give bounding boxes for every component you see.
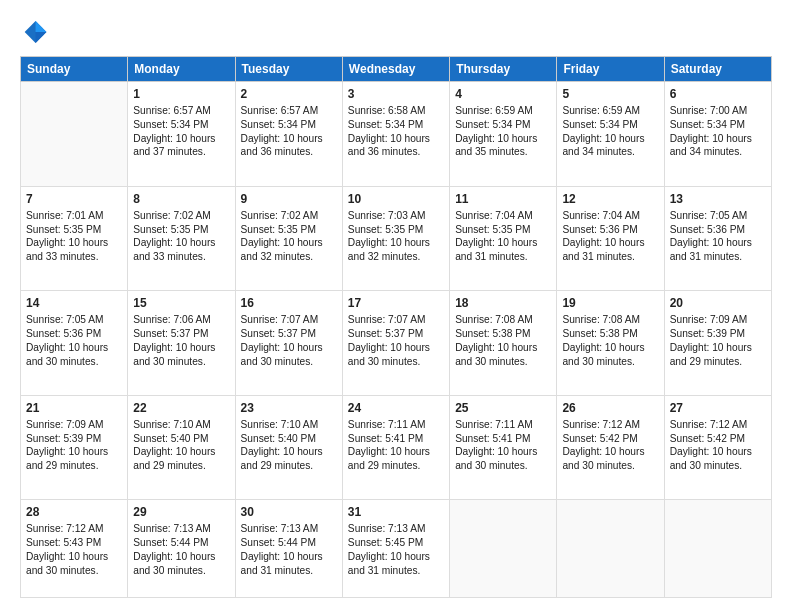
sunrise-text: Sunrise: 7:12 AM (670, 418, 766, 432)
day-number: 3 (348, 86, 444, 102)
daylight-text: Daylight: 10 hours and 31 minutes. (241, 550, 337, 578)
daylight-text: Daylight: 10 hours and 32 minutes. (348, 236, 444, 264)
logo-icon (20, 18, 48, 46)
calendar-cell: 23Sunrise: 7:10 AMSunset: 5:40 PMDayligh… (235, 395, 342, 500)
calendar-cell: 21Sunrise: 7:09 AMSunset: 5:39 PMDayligh… (21, 395, 128, 500)
daylight-text: Daylight: 10 hours and 29 minutes. (348, 445, 444, 473)
calendar-cell: 10Sunrise: 7:03 AMSunset: 5:35 PMDayligh… (342, 186, 449, 291)
daylight-text: Daylight: 10 hours and 30 minutes. (26, 341, 122, 369)
day-number: 27 (670, 400, 766, 416)
sunset-text: Sunset: 5:44 PM (133, 536, 229, 550)
sunset-text: Sunset: 5:39 PM (670, 327, 766, 341)
daylight-text: Daylight: 10 hours and 30 minutes. (26, 550, 122, 578)
sunrise-text: Sunrise: 7:03 AM (348, 209, 444, 223)
sunrise-text: Sunrise: 7:01 AM (26, 209, 122, 223)
calendar-cell: 7Sunrise: 7:01 AMSunset: 5:35 PMDaylight… (21, 186, 128, 291)
sunset-text: Sunset: 5:37 PM (241, 327, 337, 341)
day-number: 19 (562, 295, 658, 311)
calendar-cell: 6Sunrise: 7:00 AMSunset: 5:34 PMDaylight… (664, 82, 771, 187)
sunset-text: Sunset: 5:34 PM (455, 118, 551, 132)
calendar-cell: 16Sunrise: 7:07 AMSunset: 5:37 PMDayligh… (235, 291, 342, 396)
calendar-row-0: 1Sunrise: 6:57 AMSunset: 5:34 PMDaylight… (21, 82, 772, 187)
day-number: 31 (348, 504, 444, 520)
sunset-text: Sunset: 5:34 PM (562, 118, 658, 132)
day-number: 4 (455, 86, 551, 102)
calendar-cell (450, 500, 557, 598)
header (20, 18, 772, 46)
sunset-text: Sunset: 5:45 PM (348, 536, 444, 550)
daylight-text: Daylight: 10 hours and 29 minutes. (133, 445, 229, 473)
calendar-cell: 17Sunrise: 7:07 AMSunset: 5:37 PMDayligh… (342, 291, 449, 396)
calendar-cell: 25Sunrise: 7:11 AMSunset: 5:41 PMDayligh… (450, 395, 557, 500)
calendar-cell: 19Sunrise: 7:08 AMSunset: 5:38 PMDayligh… (557, 291, 664, 396)
sunset-text: Sunset: 5:40 PM (241, 432, 337, 446)
svg-marker-1 (36, 21, 47, 32)
day-number: 16 (241, 295, 337, 311)
day-number: 1 (133, 86, 229, 102)
calendar-cell (21, 82, 128, 187)
day-number: 9 (241, 191, 337, 207)
calendar: SundayMondayTuesdayWednesdayThursdayFrid… (20, 56, 772, 598)
daylight-text: Daylight: 10 hours and 30 minutes. (562, 445, 658, 473)
calendar-cell: 1Sunrise: 6:57 AMSunset: 5:34 PMDaylight… (128, 82, 235, 187)
daylight-text: Daylight: 10 hours and 35 minutes. (455, 132, 551, 160)
sunrise-text: Sunrise: 7:05 AM (670, 209, 766, 223)
daylight-text: Daylight: 10 hours and 34 minutes. (562, 132, 658, 160)
day-number: 30 (241, 504, 337, 520)
day-number: 15 (133, 295, 229, 311)
daylight-text: Daylight: 10 hours and 33 minutes. (26, 236, 122, 264)
calendar-cell: 13Sunrise: 7:05 AMSunset: 5:36 PMDayligh… (664, 186, 771, 291)
day-number: 21 (26, 400, 122, 416)
calendar-cell: 9Sunrise: 7:02 AMSunset: 5:35 PMDaylight… (235, 186, 342, 291)
calendar-cell: 29Sunrise: 7:13 AMSunset: 5:44 PMDayligh… (128, 500, 235, 598)
day-number: 22 (133, 400, 229, 416)
daylight-text: Daylight: 10 hours and 31 minutes. (455, 236, 551, 264)
sunrise-text: Sunrise: 7:12 AM (562, 418, 658, 432)
sunset-text: Sunset: 5:44 PM (241, 536, 337, 550)
calendar-cell: 8Sunrise: 7:02 AMSunset: 5:35 PMDaylight… (128, 186, 235, 291)
sunrise-text: Sunrise: 7:07 AM (241, 313, 337, 327)
day-number: 10 (348, 191, 444, 207)
sunrise-text: Sunrise: 6:57 AM (133, 104, 229, 118)
calendar-cell: 30Sunrise: 7:13 AMSunset: 5:44 PMDayligh… (235, 500, 342, 598)
logo (20, 18, 52, 46)
day-number: 28 (26, 504, 122, 520)
daylight-text: Daylight: 10 hours and 30 minutes. (133, 341, 229, 369)
weekday-header-sunday: Sunday (21, 57, 128, 82)
day-number: 26 (562, 400, 658, 416)
day-number: 7 (26, 191, 122, 207)
sunrise-text: Sunrise: 7:05 AM (26, 313, 122, 327)
calendar-cell: 2Sunrise: 6:57 AMSunset: 5:34 PMDaylight… (235, 82, 342, 187)
sunset-text: Sunset: 5:34 PM (670, 118, 766, 132)
daylight-text: Daylight: 10 hours and 30 minutes. (241, 341, 337, 369)
sunrise-text: Sunrise: 7:04 AM (562, 209, 658, 223)
day-number: 12 (562, 191, 658, 207)
day-number: 11 (455, 191, 551, 207)
sunset-text: Sunset: 5:38 PM (562, 327, 658, 341)
daylight-text: Daylight: 10 hours and 29 minutes. (670, 341, 766, 369)
daylight-text: Daylight: 10 hours and 31 minutes. (348, 550, 444, 578)
daylight-text: Daylight: 10 hours and 30 minutes. (455, 341, 551, 369)
sunrise-text: Sunrise: 7:07 AM (348, 313, 444, 327)
sunrise-text: Sunrise: 7:02 AM (241, 209, 337, 223)
weekday-header-friday: Friday (557, 57, 664, 82)
calendar-cell: 5Sunrise: 6:59 AMSunset: 5:34 PMDaylight… (557, 82, 664, 187)
sunset-text: Sunset: 5:37 PM (348, 327, 444, 341)
calendar-cell: 27Sunrise: 7:12 AMSunset: 5:42 PMDayligh… (664, 395, 771, 500)
calendar-cell: 22Sunrise: 7:10 AMSunset: 5:40 PMDayligh… (128, 395, 235, 500)
sunrise-text: Sunrise: 7:08 AM (562, 313, 658, 327)
sunrise-text: Sunrise: 7:08 AM (455, 313, 551, 327)
sunrise-text: Sunrise: 7:11 AM (348, 418, 444, 432)
calendar-cell: 28Sunrise: 7:12 AMSunset: 5:43 PMDayligh… (21, 500, 128, 598)
calendar-cell: 26Sunrise: 7:12 AMSunset: 5:42 PMDayligh… (557, 395, 664, 500)
sunset-text: Sunset: 5:36 PM (670, 223, 766, 237)
calendar-cell (557, 500, 664, 598)
sunset-text: Sunset: 5:35 PM (26, 223, 122, 237)
sunrise-text: Sunrise: 6:59 AM (562, 104, 658, 118)
calendar-row-2: 14Sunrise: 7:05 AMSunset: 5:36 PMDayligh… (21, 291, 772, 396)
calendar-cell: 3Sunrise: 6:58 AMSunset: 5:34 PMDaylight… (342, 82, 449, 187)
day-number: 8 (133, 191, 229, 207)
svg-marker-2 (36, 32, 47, 43)
sunset-text: Sunset: 5:34 PM (133, 118, 229, 132)
sunrise-text: Sunrise: 7:11 AM (455, 418, 551, 432)
